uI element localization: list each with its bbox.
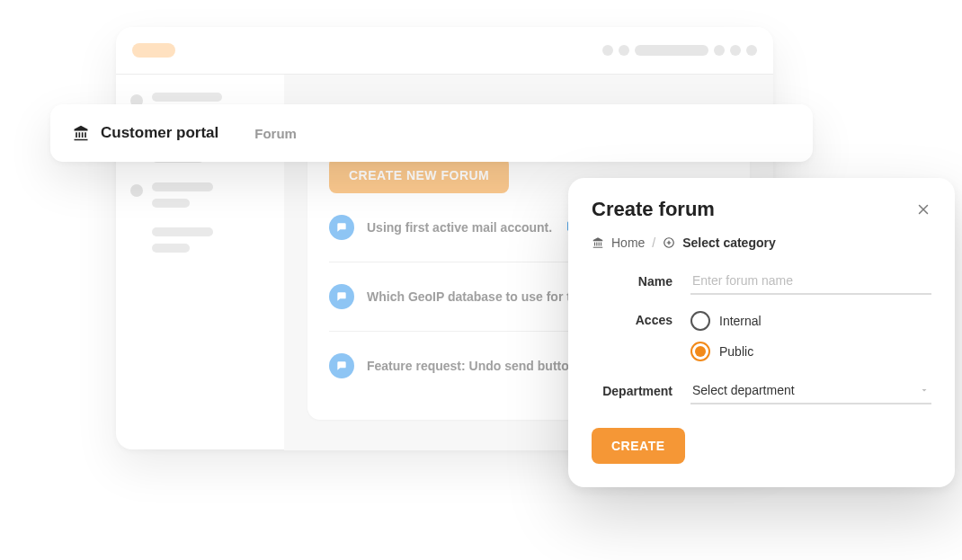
chevron-down-icon bbox=[919, 385, 930, 396]
create-button[interactable]: CREATE bbox=[592, 428, 685, 464]
access-radio-internal[interactable]: Internal bbox=[690, 311, 931, 331]
control-dot bbox=[730, 45, 741, 56]
breadcrumb-select-category[interactable]: Select category bbox=[682, 236, 776, 250]
header-strip: Customer portal Forum bbox=[50, 104, 813, 162]
close-icon[interactable] bbox=[915, 201, 931, 218]
access-label: Acces bbox=[592, 311, 673, 327]
name-label: Name bbox=[592, 274, 673, 289]
home-icon bbox=[592, 236, 604, 249]
chat-icon bbox=[329, 353, 354, 378]
chat-icon bbox=[329, 215, 354, 240]
browser-toolbar bbox=[116, 27, 773, 75]
address-pill bbox=[132, 43, 175, 58]
chat-icon bbox=[329, 284, 354, 309]
control-dot bbox=[746, 45, 757, 56]
breadcrumb: Home / Select category bbox=[592, 236, 931, 250]
access-radio-public[interactable]: Public bbox=[690, 342, 931, 361]
modal-title: Create forum bbox=[592, 198, 715, 221]
department-select[interactable]: Select department bbox=[690, 378, 931, 404]
control-bar bbox=[635, 45, 708, 56]
control-dot bbox=[619, 45, 629, 56]
forum-title: Using first active mail account. bbox=[367, 220, 552, 235]
forum-name-input[interactable] bbox=[690, 268, 931, 295]
access-internal-label: Internal bbox=[719, 314, 762, 328]
control-dot bbox=[602, 45, 613, 56]
create-forum-modal: Create forum Home / Select category Name… bbox=[568, 178, 955, 487]
tab-forum[interactable]: Forum bbox=[254, 126, 297, 141]
control-dot bbox=[714, 45, 725, 56]
browser-controls bbox=[602, 45, 757, 56]
portal-title: Customer portal bbox=[101, 124, 218, 142]
plus-circle-icon bbox=[663, 236, 675, 249]
breadcrumb-home[interactable]: Home bbox=[611, 236, 645, 250]
portal-icon bbox=[72, 124, 90, 142]
department-value: Select department bbox=[692, 383, 795, 397]
create-new-forum-button[interactable]: CREATE NEW FORUM bbox=[329, 157, 509, 193]
department-label: Department bbox=[592, 384, 673, 398]
access-public-label: Public bbox=[719, 344, 753, 359]
